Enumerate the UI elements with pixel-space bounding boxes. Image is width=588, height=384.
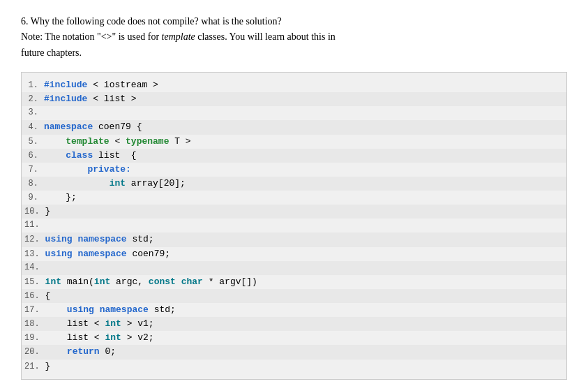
code-line-21: 21. } <box>22 360 566 374</box>
line-num-5: 5. <box>24 135 44 149</box>
line-num-12: 12. <box>24 233 45 246</box>
code-line-5: 5. template < typename T > <box>22 135 566 149</box>
line-content-20: return 0; <box>45 345 116 359</box>
line-num-9: 9. <box>24 191 44 205</box>
line-num-4: 4. <box>24 121 44 134</box>
line-content-2: #include < list > <box>44 92 137 106</box>
line-content-1: #include < iostream > <box>44 78 158 92</box>
question-block: 6. Why the following code does not compi… <box>21 14 567 61</box>
line-num-2: 2. <box>24 93 44 106</box>
line-num-17: 17. <box>24 304 45 317</box>
code-line-19: 19. list < int > v2; <box>22 331 566 345</box>
code-line-6: 6. class list { <box>22 149 566 163</box>
code-line-13: 13. using namespace coen79; <box>22 247 566 261</box>
code-line-14: 14. <box>22 261 566 275</box>
line-num-14: 14. <box>24 261 45 274</box>
line-num-21: 21. <box>24 360 45 374</box>
line-num-7: 7. <box>24 163 44 177</box>
question-line2-prefix: Note: The notation "<>" is used for <box>21 31 162 42</box>
code-line-15: 15. int main(int argc, const char * argv… <box>22 275 566 289</box>
code-line-12: 12. using namespace std; <box>22 232 566 246</box>
question-number: 6. <box>21 16 29 27</box>
line-content-18: list < int > v1; <box>45 317 154 331</box>
line-num-15: 15. <box>24 276 45 289</box>
code-line-16: 16. { <box>22 289 566 303</box>
question-template-italic: template <box>162 31 195 42</box>
line-content-10: } <box>45 205 51 219</box>
code-line-18: 18. list < int > v1; <box>22 317 566 331</box>
question-line1: Why the following code does not compile?… <box>31 16 282 27</box>
line-content-16: { <box>45 289 51 303</box>
line-num-6: 6. <box>24 149 44 163</box>
line-num-16: 16. <box>24 290 45 303</box>
line-content-4: namespace coen79 { <box>44 120 142 134</box>
line-num-20: 20. <box>24 346 45 359</box>
code-line-3: 3. <box>22 106 566 120</box>
line-num-11: 11. <box>24 219 45 232</box>
code-line-9: 9. }; <box>22 191 566 205</box>
code-block: 1. #include < iostream > 2. #include < l… <box>21 72 567 380</box>
line-content-12: using namespace std; <box>45 232 154 246</box>
line-content-7: private: <box>44 163 131 177</box>
line-content-5: template < typename T > <box>44 135 191 149</box>
line-num-19: 19. <box>24 332 45 345</box>
line-num-18: 18. <box>24 318 45 331</box>
line-content-21: } <box>45 360 51 374</box>
code-line-7: 7. private: <box>22 163 566 177</box>
line-num-13: 13. <box>24 248 45 261</box>
line-content-17: using namespace std; <box>45 303 176 317</box>
code-line-8: 8. int array[20]; <box>22 177 566 191</box>
code-line-20: 20. return 0; <box>22 345 566 359</box>
line-content-6: class list { <box>44 149 137 163</box>
line-num-3: 3. <box>24 106 44 119</box>
code-line-2: 2. #include < list > <box>22 92 566 106</box>
question-text: 6. Why the following code does not compi… <box>21 14 567 61</box>
code-line-1: 1. #include < iostream > <box>22 78 566 92</box>
line-content-9: }; <box>44 191 77 205</box>
line-content-8: int array[20]; <box>44 177 186 191</box>
line-content-19: list < int > v2; <box>45 331 154 345</box>
code-line-4: 4. namespace coen79 { <box>22 120 566 134</box>
code-line-17: 17. using namespace std; <box>22 303 566 317</box>
question-line3: future chapters. <box>21 47 82 58</box>
line-content-13: using namespace coen79; <box>45 247 170 261</box>
code-line-11: 11. <box>22 219 566 232</box>
line-num-1: 1. <box>24 79 44 92</box>
question-line2-suffix: classes. You will learn about this in <box>195 31 336 42</box>
line-content-15: int main(int argc, const char * argv[]) <box>45 275 257 289</box>
code-line-10: 10. } <box>22 205 566 219</box>
line-num-8: 8. <box>24 177 44 191</box>
line-num-10: 10. <box>24 205 45 219</box>
